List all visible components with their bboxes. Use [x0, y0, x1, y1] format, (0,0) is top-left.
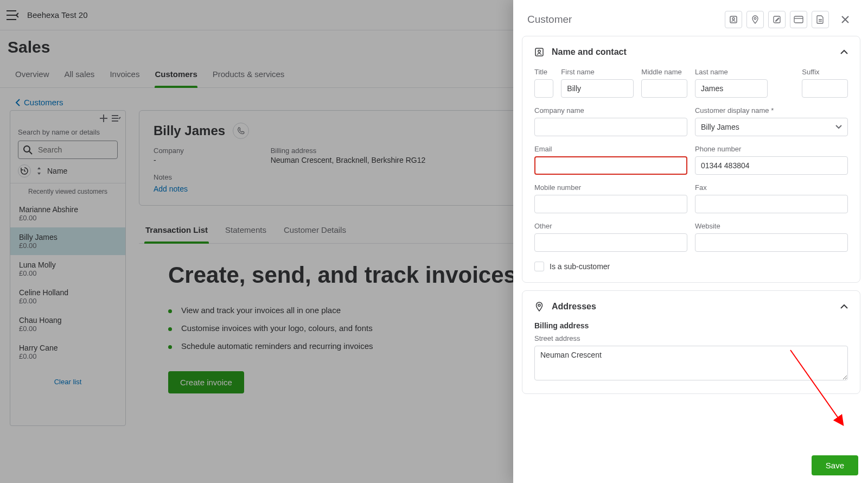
fax-field[interactable]	[695, 195, 848, 213]
address-section-icon	[534, 302, 544, 312]
mobile-field[interactable]	[534, 195, 687, 213]
chevron-up-icon[interactable]	[840, 304, 848, 309]
document-icon[interactable]	[812, 11, 829, 28]
title-field[interactable]	[534, 79, 553, 98]
first-name-field[interactable]	[561, 79, 634, 98]
label-street: Street address	[534, 334, 848, 342]
website-field[interactable]	[695, 233, 848, 252]
display-name-value: Billy James	[701, 123, 739, 131]
contact-card-icon[interactable]	[725, 11, 742, 28]
svg-point-2	[732, 18, 735, 20]
sub-customer-checkbox[interactable]: Is a sub-customer	[534, 262, 848, 271]
label-last-name: Last name	[695, 68, 768, 76]
label-email: Email	[534, 145, 687, 153]
svg-point-3	[754, 17, 756, 20]
save-button[interactable]: Save	[812, 455, 858, 475]
label-middle-name: Middle name	[641, 68, 687, 76]
section-name-contact: Name and contact Title First name Middle…	[522, 36, 860, 283]
drawer-title: Customer	[527, 14, 572, 26]
suffix-field[interactable]	[802, 79, 848, 98]
svg-rect-6	[535, 48, 543, 56]
section-title: Name and contact	[552, 47, 627, 57]
middle-name-field[interactable]	[641, 79, 687, 98]
edit-note-icon[interactable]	[768, 11, 786, 28]
label-display-name: Customer display name *	[695, 106, 848, 115]
label-other: Other	[534, 222, 687, 230]
close-icon[interactable]	[837, 11, 854, 28]
sub-customer-label: Is a sub-customer	[550, 262, 610, 271]
payment-card-icon[interactable]	[790, 11, 807, 28]
label-fax: Fax	[695, 183, 848, 192]
svg-point-7	[538, 50, 540, 52]
checkbox-icon	[534, 262, 544, 271]
email-field[interactable]	[534, 156, 687, 175]
contact-section-icon	[534, 47, 544, 57]
label-suffix: Suffix	[802, 68, 848, 76]
label-company-name: Company name	[534, 106, 687, 115]
label-website: Website	[695, 222, 848, 230]
street-field[interactable]	[534, 346, 848, 380]
svg-rect-5	[794, 16, 803, 23]
display-name-select[interactable]: Billy James	[695, 118, 848, 136]
last-name-field[interactable]	[695, 79, 768, 98]
label-phone: Phone number	[695, 145, 848, 153]
chevron-down-icon	[835, 125, 842, 129]
other-field[interactable]	[534, 233, 687, 252]
company-name-field[interactable]	[534, 118, 687, 136]
svg-point-8	[538, 304, 540, 307]
section-addresses: Addresses Billing address Street address	[522, 290, 860, 394]
billing-address-heading: Billing address	[534, 321, 848, 330]
phone-field[interactable]	[695, 156, 848, 175]
customer-drawer: Customer Name and contact Title First na…	[513, 0, 868, 483]
label-title: Title	[534, 68, 553, 76]
location-icon[interactable]	[746, 11, 764, 28]
label-mobile: Mobile number	[534, 183, 687, 192]
chevron-up-icon[interactable]	[840, 49, 848, 55]
section-title: Addresses	[552, 302, 596, 312]
label-first-name: First name	[561, 68, 634, 76]
